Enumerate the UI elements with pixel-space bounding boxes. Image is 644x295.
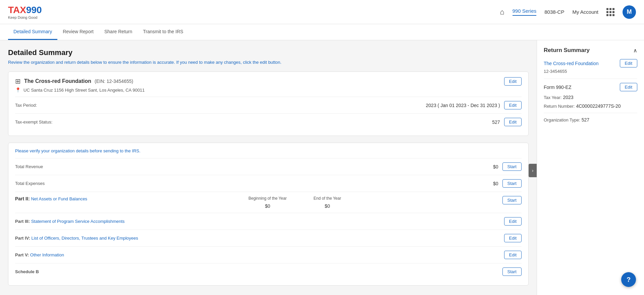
part3-label: Part III: Statement of Program Service A… (15, 219, 125, 224)
org-header: ⊞ The Cross-red Foundation (EIN: 12-3454… (15, 77, 522, 93)
logo: TAX990 Keep Doing Good (8, 5, 42, 19)
net-assets-part-sub: Net Assets or Fund Balances (31, 196, 87, 201)
nav-8038-cp[interactable]: 8038-CP (544, 9, 564, 15)
part5-edit-button[interactable]: Edit (504, 251, 522, 259)
sidebar-form-label: Form 990-EZ (544, 85, 571, 90)
net-assets-beginning-value: $0 (249, 203, 287, 209)
org-address: UC Santa Cruz 1156 High Street Sant, Los… (23, 88, 145, 93)
schedule-b-row: Schedule B Start (15, 263, 522, 280)
verify-card: Please verify your organization details … (8, 143, 529, 286)
tabs-nav: Detailed Summary Review Report Share Ret… (0, 24, 644, 40)
part4-sub: List of Officers, Directors, Trustees an… (31, 236, 138, 241)
total-expenses-row: Total Expenses $0 Start (15, 175, 522, 192)
tax-period-edit-button[interactable]: Edit (504, 101, 522, 109)
tab-review-report[interactable]: Review Report (57, 24, 99, 40)
org-address-row: 📍 UC Santa Cruz 1156 High Street Sant, L… (15, 87, 145, 93)
org-card: ⊞ The Cross-red Foundation (EIN: 12-3454… (8, 71, 529, 136)
total-expenses-value-group: $0 Start (493, 179, 522, 188)
org-ein: (EIN: 12-3454655) (95, 79, 133, 84)
home-icon[interactable]: ⌂ (500, 8, 504, 16)
schedule-b-bold: Schedule B (15, 269, 39, 274)
sidebar-org-type-label: Organization Type: (544, 117, 580, 122)
schedule-b-label: Schedule B (15, 269, 39, 274)
org-info: ⊞ The Cross-red Foundation (EIN: 12-3454… (15, 77, 145, 93)
total-expenses-value: $0 (493, 181, 498, 186)
sidebar-org-type-value: 527 (582, 117, 589, 122)
sidebar-org-row: The Cross-red Foundation Edit (544, 59, 637, 67)
sidebar-form-edit-button[interactable]: Edit (620, 83, 637, 91)
tax-exempt-value: 527 (492, 119, 500, 125)
sidebar-tax-year-value: 2023 (563, 95, 573, 100)
net-assets-row: Part II: Net Assets or Fund Balances Beg… (15, 192, 522, 213)
page-subtitle: Review the organization and return detai… (8, 60, 529, 65)
header: TAX990 Keep Doing Good ⌂ 990 Series 8038… (0, 0, 644, 24)
net-assets-right: Start (502, 196, 522, 204)
net-assets-start-button[interactable]: Start (502, 196, 522, 204)
part5-sub: Other Information (30, 252, 64, 257)
sidebar-org-name: The Cross-red Foundation (544, 61, 598, 66)
net-assets-end-value: $0 (314, 203, 341, 209)
tab-detailed-summary[interactable]: Detailed Summary (8, 24, 57, 40)
net-assets-beginning-label: Beginning of the Year (249, 196, 287, 201)
tab-transmit-irs[interactable]: Transmit to the IRS (138, 24, 189, 40)
tax-exempt-label: Tax-exempt Status: (15, 119, 52, 125)
tax-exempt-row: Tax-exempt Status: 527 Edit (15, 113, 522, 130)
total-expenses-label: Total Expenses (15, 181, 45, 186)
total-revenue-label: Total Revenue (15, 164, 43, 169)
page-title: Detailed Summary (8, 48, 529, 57)
net-assets-label: Part II: Net Assets or Fund Balances (15, 196, 87, 201)
sidebar-org-edit-button[interactable]: Edit (620, 59, 637, 67)
total-revenue-start-button[interactable]: Start (502, 162, 522, 171)
part4-bold: Part IV: (15, 236, 30, 241)
part4-row: Part IV: List of Officers, Directors, Tr… (15, 230, 522, 246)
nav-990-series[interactable]: 990 Series (513, 8, 537, 16)
sidebar-return-number-label: Return Number: (544, 104, 575, 109)
org-name: The Cross-red Foundation (24, 78, 91, 84)
net-assets-beginning-col: Beginning of the Year $0 (249, 196, 287, 209)
location-icon: 📍 (15, 87, 21, 93)
tab-share-return[interactable]: Share Return (99, 24, 138, 40)
sidebar-ein: 12-3454655 (544, 69, 637, 74)
part3-sub: Statement of Program Service Accomplishm… (31, 219, 125, 224)
tax-exempt-edit-button[interactable]: Edit (504, 118, 522, 126)
tax-period-value: 2023 ( Jan 01 2023 - Dec 31 2023 ) (426, 103, 500, 108)
org-edit-button[interactable]: Edit (504, 77, 522, 86)
sidebar-org-type-row: Organization Type: 527 (544, 117, 637, 122)
tax-period-value-group: 2023 ( Jan 01 2023 - Dec 31 2023 ) Edit (426, 101, 522, 109)
logo-nine: 990 (26, 5, 42, 15)
part4-edit-button[interactable]: Edit (504, 234, 522, 242)
sidebar-tax-year-label: Tax Year: (544, 95, 562, 100)
logo-tax: TA (8, 5, 20, 15)
verify-note: Please verify your organization details … (15, 148, 522, 153)
schedule-b-start-button[interactable]: Start (502, 267, 522, 276)
net-assets-mid: Beginning of the Year $0 End of the Year… (87, 196, 502, 209)
net-assets-end-col: End of the Year $0 (314, 196, 341, 209)
sidebar-collapse-button[interactable]: › (529, 164, 537, 177)
net-assets-end-label: End of the Year (314, 196, 341, 201)
tax-period-row: Tax Period: 2023 ( Jan 01 2023 - Dec 31 … (15, 97, 522, 113)
part5-label: Part V: Other Information (15, 252, 64, 257)
sidebar-return-number-value: 4C00002249777S-20 (576, 103, 621, 109)
help-button[interactable]: ? (621, 272, 636, 287)
grid-icon[interactable] (606, 8, 614, 16)
total-revenue-value-group: $0 Start (493, 162, 522, 171)
nav-my-account[interactable]: My Account (572, 9, 598, 15)
chevron-up-icon[interactable]: ∧ (633, 47, 637, 54)
total-expenses-start-button[interactable]: Start (502, 179, 522, 188)
sidebar: Return Summary ∧ The Cross-red Foundatio… (537, 40, 644, 295)
net-assets-part-label: Part II: (15, 196, 30, 201)
logo-tagline: Keep Doing Good (8, 15, 42, 19)
avatar[interactable]: M (623, 5, 636, 19)
sidebar-divider-2 (544, 113, 637, 113)
logo-x: X (20, 5, 26, 15)
part3-edit-button[interactable]: Edit (504, 217, 522, 226)
part4-label: Part IV: List of Officers, Directors, Tr… (15, 236, 138, 241)
building-icon: ⊞ (15, 77, 21, 85)
sidebar-divider (544, 79, 637, 79)
sidebar-form-row: Form 990-EZ Edit (544, 83, 637, 91)
part3-row: Part III: Statement of Program Service A… (15, 213, 522, 230)
part3-bold: Part III: (15, 219, 30, 224)
sidebar-header: Return Summary ∧ (544, 47, 637, 54)
sidebar-title: Return Summary (544, 47, 590, 54)
part5-row: Part V: Other Information Edit (15, 246, 522, 263)
